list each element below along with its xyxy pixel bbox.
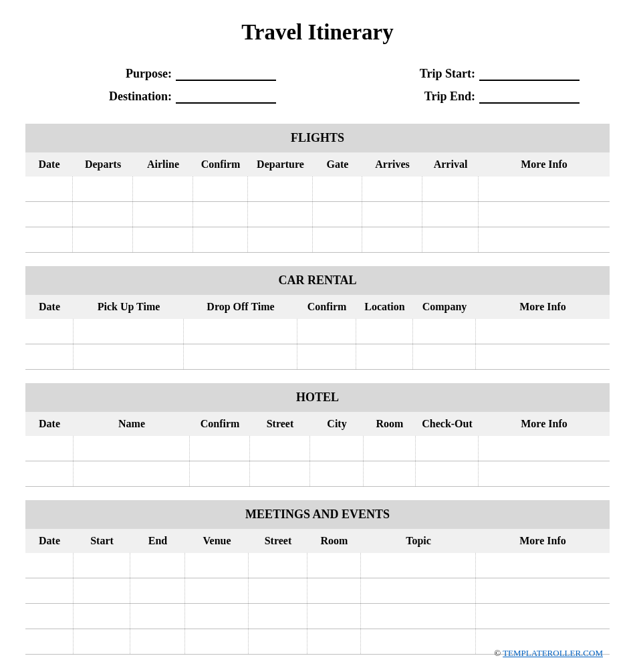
col-venue: Venue [185,529,249,553]
table-row[interactable] [25,177,610,202]
car-rental-title: CAR RENTAL [25,266,610,295]
footer-link[interactable]: TEMPLATEROLLER.COM [503,648,603,658]
col-city: City [310,412,364,436]
copyright-symbol: © [494,648,501,658]
col-moreinfo: More Info [476,529,610,553]
col-departure: Departure [248,152,313,177]
col-confirm: Confirm [193,152,248,177]
col-moreinfo: More Info [479,412,610,436]
col-date: Date [25,529,74,553]
col-room: Room [307,529,361,553]
col-arrives: Arrives [362,152,422,177]
col-street: Street [250,412,310,436]
table-row[interactable] [25,578,610,604]
purpose-input[interactable] [176,66,276,81]
purpose-label: Purpose: [25,67,176,81]
col-dropoff: Drop Off Time [184,295,297,319]
col-confirm: Confirm [297,295,356,319]
table-row[interactable] [25,319,610,344]
destination-input[interactable] [176,89,276,104]
col-company: Company [413,295,476,319]
table-row[interactable] [25,461,610,487]
flights-title: FLIGHTS [25,124,610,152]
col-pickup: Pick Up Time [74,295,184,319]
meetings-title: MEETINGS AND EVENTS [25,500,610,529]
col-name: Name [74,412,190,436]
col-location: Location [356,295,413,319]
car-rental-headers: Date Pick Up Time Drop Off Time Confirm … [25,295,610,319]
col-arrival: Arrival [422,152,479,177]
col-confirm: Confirm [190,412,250,436]
trip-start-input[interactable] [479,66,580,81]
trip-end-input[interactable] [479,89,580,104]
col-end: End [130,529,185,553]
table-row[interactable] [25,202,610,227]
col-date: Date [25,412,74,436]
col-moreinfo: More Info [476,295,610,319]
col-start: Start [74,529,130,553]
meetings-section: MEETINGS AND EVENTS Date Start End Venue… [25,500,610,655]
col-date: Date [25,152,73,177]
table-row[interactable] [25,436,610,461]
col-checkout: Check-Out [416,412,479,436]
col-gate: Gate [313,152,362,177]
header-fields: Purpose: Destination: Trip Start: Trip E… [25,64,610,104]
flights-headers: Date Departs Airline Confirm Departure G… [25,152,610,177]
flights-section: FLIGHTS Date Departs Airline Confirm Dep… [25,124,610,253]
destination-label: Destination: [25,90,176,104]
page-title: Travel Itinerary [25,20,610,45]
table-row[interactable] [25,553,610,578]
col-airline: Airline [133,152,193,177]
col-topic: Topic [361,529,476,553]
col-date: Date [25,295,74,319]
col-departs: Departs [73,152,133,177]
col-moreinfo: More Info [479,152,610,177]
footer: © TEMPLATEROLLER.COM [494,648,603,659]
hotel-title: HOTEL [25,383,610,412]
hotel-section: HOTEL Date Name Confirm Street City Room… [25,383,610,487]
table-row[interactable] [25,227,610,253]
meetings-headers: Date Start End Venue Street Room Topic M… [25,529,610,553]
car-rental-section: CAR RENTAL Date Pick Up Time Drop Off Ti… [25,266,610,370]
col-street: Street [249,529,307,553]
table-row[interactable] [25,604,610,629]
trip-start-label: Trip Start: [406,67,479,81]
trip-end-label: Trip End: [406,90,479,104]
col-room: Room [364,412,416,436]
hotel-headers: Date Name Confirm Street City Room Check… [25,412,610,436]
table-row[interactable] [25,344,610,370]
